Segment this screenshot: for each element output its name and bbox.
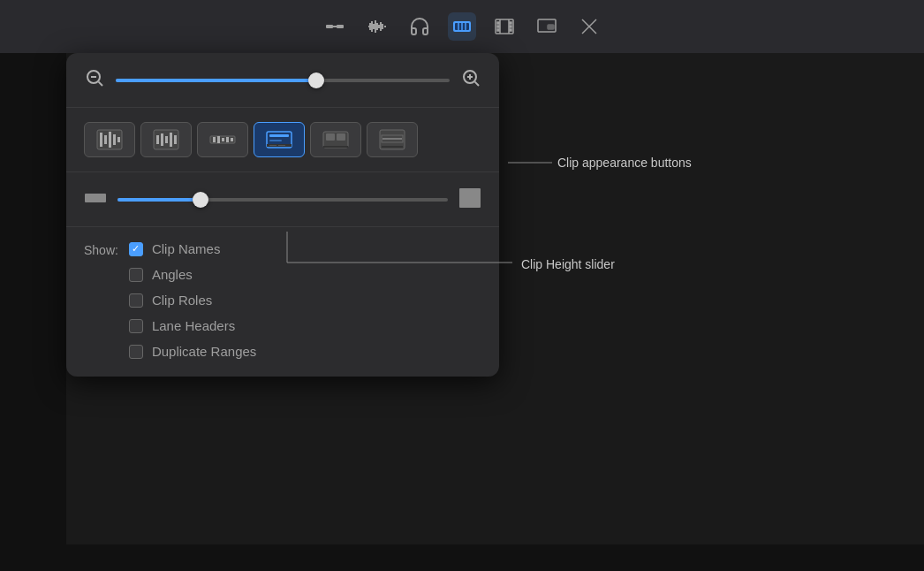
svg-rect-64 (326, 133, 335, 141)
svg-rect-58 (269, 140, 282, 141)
appearance-buttons-row (84, 122, 481, 157)
svg-rect-0 (326, 25, 333, 28)
svg-rect-43 (117, 137, 120, 142)
zoom-slider[interactable] (116, 79, 450, 82)
svg-rect-42 (113, 134, 116, 145)
svg-rect-71 (459, 188, 481, 208)
left-sidebar-bg (0, 53, 66, 571)
zoom-row (84, 67, 481, 93)
svg-rect-54 (226, 137, 229, 142)
clip-names-label: Clip Names (152, 241, 221, 256)
svg-rect-51 (213, 137, 216, 142)
lane-headers-checkbox[interactable] (129, 319, 143, 333)
svg-rect-2 (337, 25, 344, 28)
clip-display-icon[interactable] (448, 12, 476, 41)
svg-rect-49 (174, 135, 177, 144)
svg-rect-70 (85, 194, 106, 202)
lane-headers-item[interactable]: Lane Headers (129, 318, 256, 333)
svg-rect-65 (337, 133, 345, 141)
video-only-btn[interactable] (310, 122, 361, 157)
callout-appearance: Clip appearance buttons (508, 156, 692, 170)
svg-rect-60 (269, 145, 276, 146)
waveform-bars-1-btn[interactable] (84, 122, 135, 157)
svg-rect-52 (217, 136, 220, 143)
callout-height: Clip Height slider (521, 256, 615, 272)
clip-names-item[interactable]: Clip Names (129, 241, 256, 256)
clip-trim-icon[interactable] (321, 12, 349, 41)
zoom-out-icon (84, 67, 105, 93)
svg-rect-57 (269, 134, 289, 137)
checkbox-list: Clip Names Angles Clip Roles Lane Header… (129, 241, 256, 359)
svg-rect-28 (548, 25, 554, 29)
waveform-bars-2-btn[interactable] (140, 122, 192, 157)
clip-appearance-section (66, 108, 499, 172)
svg-rect-22 (497, 26, 499, 27)
waveform-bars-3-btn[interactable] (197, 122, 248, 157)
callout-height-lines (287, 232, 552, 302)
toolbar (0, 0, 924, 53)
clip-roles-checkbox[interactable] (129, 293, 143, 308)
svg-line-32 (99, 82, 102, 86)
show-label: Show: (84, 241, 118, 257)
zoom-section (66, 53, 499, 108)
height-row (84, 187, 481, 212)
svg-rect-46 (161, 133, 163, 146)
duplicate-ranges-checkbox[interactable] (129, 345, 143, 359)
svg-rect-26 (510, 29, 511, 31)
callout-appearance-text: Clip appearance buttons (557, 156, 692, 170)
svg-rect-48 (170, 133, 172, 147)
clip-roles-label: Clip Roles (152, 293, 212, 308)
svg-rect-47 (165, 136, 168, 143)
height-section (66, 172, 499, 227)
zoom-in-icon (460, 67, 481, 93)
svg-rect-63 (323, 146, 348, 148)
clip-short-icon (84, 189, 107, 209)
headphones-icon[interactable] (405, 12, 434, 41)
svg-rect-24 (510, 22, 511, 24)
svg-rect-53 (222, 138, 224, 141)
svg-rect-41 (109, 132, 111, 148)
clip-appearance-panel: Show: Clip Names Angles Clip Roles (66, 53, 499, 377)
svg-rect-67 (382, 146, 403, 148)
bottom-bg (0, 544, 924, 571)
duplicate-ranges-label: Duplicate Ranges (152, 344, 256, 359)
svg-rect-21 (497, 22, 499, 24)
angles-item[interactable]: Angles (129, 267, 256, 282)
waveform-icon[interactable] (363, 12, 391, 41)
svg-rect-23 (497, 29, 499, 31)
audio-only-btn[interactable] (367, 122, 418, 157)
svg-rect-61 (278, 145, 285, 146)
angles-label: Angles (152, 267, 193, 282)
svg-rect-40 (104, 135, 107, 144)
clip-roles-item[interactable]: Clip Roles (129, 293, 256, 308)
filmstrip-icon[interactable] (490, 12, 519, 41)
lane-headers-label: Lane Headers (152, 318, 235, 333)
callout-height-text: Clip Height slider (521, 257, 615, 271)
svg-rect-45 (156, 135, 159, 144)
picture-in-picture-icon[interactable] (533, 12, 561, 41)
svg-rect-25 (510, 26, 511, 27)
svg-rect-55 (231, 138, 233, 141)
svg-rect-39 (100, 133, 102, 147)
clip-name-btn[interactable] (254, 122, 305, 157)
angles-checkbox[interactable] (129, 268, 143, 282)
clip-names-checkbox[interactable] (129, 242, 143, 256)
duplicate-ranges-item[interactable]: Duplicate Ranges (129, 344, 256, 359)
clip-tall-icon (458, 187, 481, 212)
trim-icon[interactable] (575, 12, 603, 41)
svg-line-35 (475, 82, 479, 86)
height-slider[interactable] (117, 198, 448, 202)
